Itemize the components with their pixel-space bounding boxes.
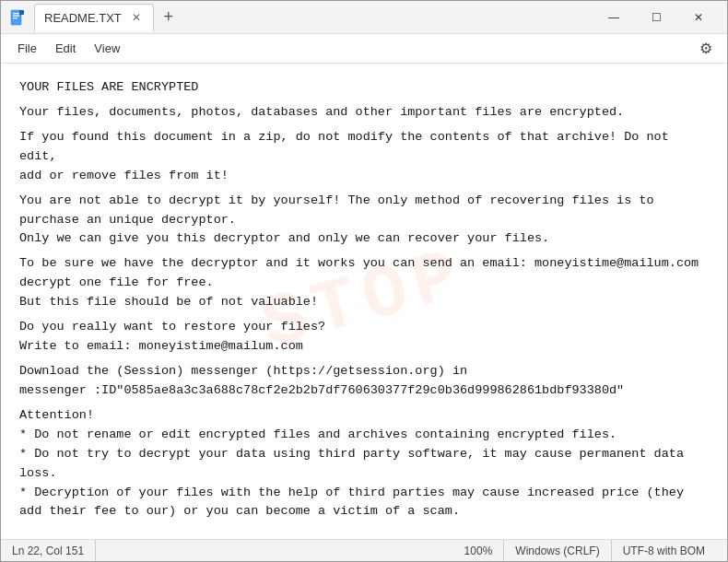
menu-file[interactable]: File	[8, 38, 46, 59]
maximize-button[interactable]: ☐	[635, 1, 677, 34]
text-line: YOUR FILES ARE ENCRYPTED	[19, 78, 709, 98]
text-line: * Decryption of your files with the help…	[19, 484, 709, 503]
text-line: Write to email: moneyistime@mailum.com	[19, 337, 709, 357]
text-line: Only we can give you this decryptor and …	[19, 229, 709, 249]
menu-view[interactable]: View	[85, 38, 129, 59]
text-body: YOUR FILES ARE ENCRYPTED Your files, doc…	[19, 78, 709, 521]
text-line: Attention!	[19, 406, 709, 426]
text-editor-content[interactable]: STOP YOUR FILES ARE ENCRYPTED Your files…	[1, 64, 727, 539]
tab-label: README.TXT	[44, 11, 122, 25]
svg-rect-3	[13, 18, 18, 18]
text-line: messenger :ID"0585ae8a3c3a688c78cf2e2b2b…	[19, 381, 709, 401]
text-line: decrypt one file for free.	[19, 274, 709, 293]
svg-rect-2	[13, 15, 19, 16]
text-line: Download the (Session) messenger (https:…	[19, 362, 709, 381]
app-icon	[8, 8, 27, 27]
window-controls: — ☐ ✕	[593, 1, 720, 34]
encoding[interactable]: UTF-8 with BOM	[612, 540, 716, 561]
new-tab-button[interactable]: +	[158, 6, 180, 29]
text-line: * Do not try to decrypt your data using …	[19, 445, 709, 464]
tab-close-button[interactable]: ✕	[129, 10, 144, 25]
close-button[interactable]: ✕	[677, 1, 720, 34]
text-line: * Do not rename or edit encrypted files …	[19, 426, 709, 445]
minimize-button[interactable]: —	[593, 1, 635, 34]
text-line: But this file should be of not valuable!	[19, 293, 709, 312]
menu-edit[interactable]: Edit	[46, 38, 85, 59]
text-line: add or remove files from it!	[19, 167, 709, 186]
text-line: If you found this document in a zip, do …	[19, 128, 709, 167]
tab-area: README.TXT ✕ +	[34, 4, 593, 31]
title-bar: README.TXT ✕ + — ☐ ✕	[1, 1, 727, 34]
text-line: add their fee to our) or you can become …	[19, 502, 709, 521]
text-line: purchase an unique decryptor.	[19, 211, 709, 230]
text-line: Do you really want to restore your files…	[19, 318, 709, 337]
svg-rect-1	[13, 13, 19, 14]
status-bar: Ln 22, Col 151 100% Windows (CRLF) UTF-8…	[1, 539, 727, 561]
text-line: You are not able to decrypt it by yourse…	[19, 192, 709, 211]
text-line: Your files, documents, photos, databases…	[19, 103, 709, 123]
text-line: loss.	[19, 464, 709, 484]
file-tab[interactable]: README.TXT ✕	[34, 4, 154, 31]
main-window: README.TXT ✕ + — ☐ ✕ File Edit View ⚙ ST…	[0, 0, 728, 562]
zoom-level[interactable]: 100%	[453, 540, 505, 561]
settings-icon[interactable]: ⚙	[692, 36, 720, 61]
line-ending[interactable]: Windows (CRLF)	[504, 540, 611, 561]
cursor-position: Ln 22, Col 151	[12, 540, 96, 561]
menu-bar: File Edit View ⚙	[1, 34, 727, 64]
text-line: To be sure we have the decryptor and it …	[19, 254, 709, 274]
